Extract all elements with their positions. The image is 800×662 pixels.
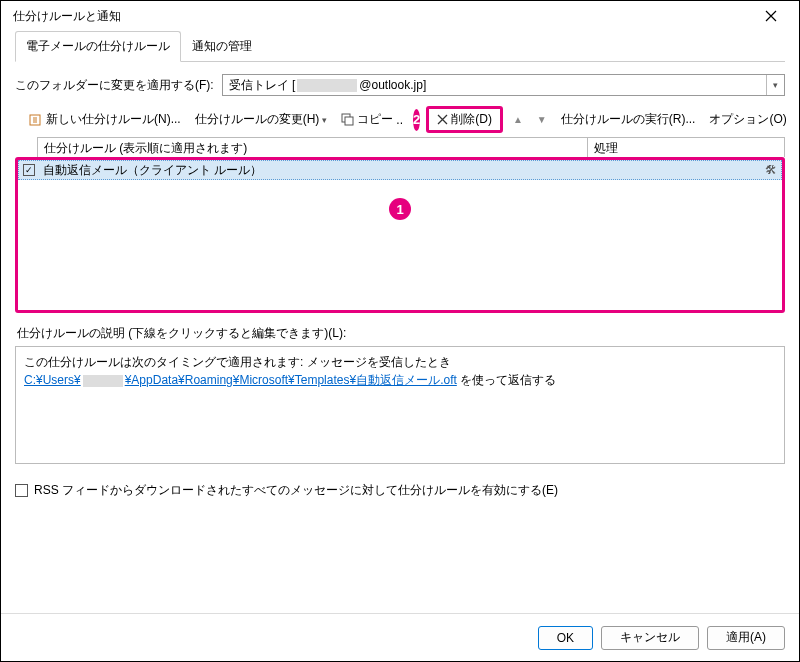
rules-list-header: 仕分けルール (表示順に適用されます) 処理 [37, 137, 785, 157]
delete-button[interactable]: 削除(D) [426, 106, 503, 133]
tab-email-rules[interactable]: 電子メールの仕分けルール [15, 31, 181, 62]
folder-row: このフォルダーに変更を適用する(F): 受信トレイ [@outlook.jp] … [15, 74, 785, 96]
desc-line-1: この仕分けルールは次のタイミングで適用されます: メッセージを受信したとき [24, 353, 776, 371]
col-rule-name[interactable]: 仕分けルール (表示順に適用されます) [38, 138, 588, 157]
rule-checkbox[interactable]: ✓ [19, 164, 39, 176]
options-button[interactable]: オプション(O) [705, 108, 790, 131]
col-action[interactable]: 処理 [588, 138, 784, 157]
folder-label: このフォルダーに変更を適用する(F): [15, 77, 214, 94]
cancel-button[interactable]: キャンセル [601, 626, 699, 650]
rules-list[interactable]: ✓ 自動返信メール（クライアント ルール） 🛠 1 [15, 157, 785, 313]
description-box: この仕分けルールは次のタイミングで適用されます: メッセージを受信したとき C:… [15, 346, 785, 464]
new-rule-label: 新しい仕分けルール(N)... [46, 111, 181, 128]
toolbar: 新しい仕分けルール(N)... 仕分けルールの変更(H) ▾ コピー .. 2 … [25, 106, 785, 133]
change-rule-label: 仕分けルールの変更(H) [195, 111, 320, 128]
new-rule-button[interactable]: 新しい仕分けルール(N)... [25, 108, 185, 131]
copy-icon [341, 113, 354, 126]
desc-line-2: C:¥Users¥¥AppData¥Roaming¥Microsoft¥Temp… [24, 371, 776, 389]
window-title: 仕分けルールと通知 [13, 8, 751, 25]
rss-label: RSS フィードからダウンロードされたすべてのメッセージに対して仕分けルールを有… [34, 482, 558, 499]
change-rule-button[interactable]: 仕分けルールの変更(H) ▾ [191, 108, 332, 131]
svg-rect-2 [345, 117, 353, 125]
run-label: 仕分けルールの実行(R)... [561, 111, 696, 128]
annotation-badge-2: 2 [413, 109, 420, 131]
folder-select[interactable]: 受信トレイ [@outlook.jp] ▾ [222, 74, 785, 96]
tab-notifications[interactable]: 通知の管理 [181, 31, 263, 62]
close-button[interactable] [751, 2, 791, 30]
chevron-down-icon: ▾ [322, 115, 327, 125]
folder-value-prefix: 受信トレイ [ [229, 77, 296, 94]
description-label: 仕分けルールの説明 (下線をクリックすると編集できます)(L): [17, 325, 783, 342]
masked-text [297, 79, 357, 92]
rule-row[interactable]: ✓ 自動返信メール（クライアント ルール） 🛠 [18, 160, 782, 180]
apply-button[interactable]: 適用(A) [707, 626, 785, 650]
annotation-badge-1: 1 [389, 198, 411, 220]
titlebar: 仕分けルールと通知 [1, 1, 799, 31]
new-rule-icon [29, 113, 43, 127]
template-path-link[interactable]: C:¥Users¥¥AppData¥Roaming¥Microsoft¥Temp… [24, 373, 457, 387]
move-down-button[interactable]: ▼ [533, 114, 551, 125]
delete-icon [437, 114, 448, 125]
rss-checkbox[interactable] [15, 484, 28, 497]
folder-dropdown-arrow[interactable]: ▾ [766, 75, 784, 95]
delete-label: 削除(D) [451, 111, 492, 128]
rules-list-area: 仕分けルール (表示順に適用されます) 処理 ✓ 自動返信メール（クライアント … [15, 137, 785, 313]
masked-text [83, 375, 123, 387]
folder-value-suffix: @outlook.jp] [359, 78, 426, 92]
close-icon [765, 10, 777, 22]
dialog-footer: OK キャンセル 適用(A) [1, 613, 799, 661]
rss-row: RSS フィードからダウンロードされたすべてのメッセージに対して仕分けルールを有… [15, 482, 785, 499]
copy-button[interactable]: コピー .. [337, 108, 407, 131]
move-up-button[interactable]: ▲ [509, 114, 527, 125]
rule-name: 自動返信メール（クライアント ルール） [39, 162, 761, 179]
run-rules-button[interactable]: 仕分けルールの実行(R)... [557, 108, 700, 131]
chevron-down-icon: ▾ [773, 80, 778, 90]
copy-label: コピー [357, 111, 393, 128]
options-label: オプション(O) [709, 111, 786, 128]
ok-button[interactable]: OK [538, 626, 593, 650]
rule-settings-icon[interactable]: 🛠 [761, 163, 781, 177]
tab-strip: 電子メールの仕分けルール 通知の管理 [15, 31, 785, 62]
